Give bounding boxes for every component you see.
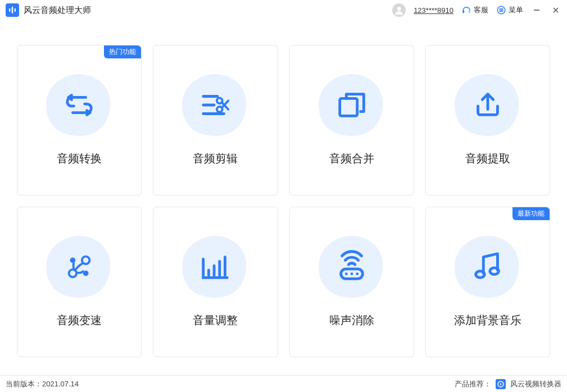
- card-noise-remove[interactable]: 噪声消除: [289, 207, 414, 357]
- minimize-icon: [533, 6, 541, 14]
- promo-prefix: 产品推荐：: [455, 379, 491, 389]
- titlebar-right: 123****8910 客服 菜单: [392, 3, 561, 17]
- avatar-icon[interactable]: [392, 3, 406, 17]
- svg-point-24: [83, 270, 89, 276]
- app-logo: [6, 3, 19, 17]
- speed-icon: [62, 249, 97, 284]
- card-label: 音频变速: [57, 313, 102, 328]
- support-label: 客服: [474, 5, 488, 15]
- user-icon: [393, 4, 405, 16]
- card-label: 噪声消除: [329, 313, 374, 328]
- svg-rect-2: [15, 8, 16, 12]
- card-blob: [315, 71, 388, 139]
- extract-icon: [470, 88, 505, 122]
- card-blob: [451, 233, 524, 300]
- card-audio-cut[interactable]: 音频剪辑: [153, 45, 278, 195]
- cut-icon: [198, 88, 233, 122]
- video-convert-icon: [497, 381, 504, 388]
- user-id-link[interactable]: 123****8910: [414, 6, 453, 15]
- svg-point-35: [356, 272, 359, 275]
- card-label: 音频剪辑: [193, 151, 238, 166]
- svg-point-36: [476, 271, 485, 277]
- merge-icon: [334, 88, 369, 122]
- svg-point-37: [490, 267, 499, 274]
- app-title: 风云音频处理大师: [24, 5, 91, 16]
- svg-rect-5: [469, 10, 470, 13]
- card-blob: [43, 233, 116, 300]
- titlebar: 风云音频处理大师 123****8910 客服 菜单: [0, 0, 567, 20]
- close-button[interactable]: [550, 4, 561, 16]
- promo-logo[interactable]: [496, 379, 506, 389]
- menu-icon: [496, 5, 506, 15]
- card-label: 音频提取: [465, 151, 510, 166]
- svg-point-25: [70, 257, 76, 263]
- card-add-bgm[interactable]: 最新功能 添加背景音乐: [425, 207, 550, 357]
- convert-icon: [62, 88, 97, 122]
- audio-bars-icon: [8, 6, 17, 15]
- svg-point-33: [345, 272, 348, 275]
- volume-icon: [198, 249, 233, 284]
- card-audio-speed[interactable]: 音频变速: [17, 207, 142, 357]
- badge-new: 最新功能: [512, 207, 550, 220]
- card-blob: [43, 71, 116, 139]
- version-text: 2021.07.14: [42, 380, 79, 388]
- noise-icon: [334, 249, 369, 284]
- music-icon: [470, 249, 505, 284]
- card-label: 添加背景音乐: [454, 313, 521, 328]
- card-label: 音频转换: [57, 151, 102, 166]
- card-blob: [315, 233, 388, 300]
- minimize-button[interactable]: [531, 4, 542, 16]
- main-area: 热门功能 音频转换: [0, 20, 567, 368]
- svg-rect-4: [462, 10, 464, 13]
- card-blob: [179, 233, 252, 300]
- headset-icon: [461, 5, 471, 15]
- svg-rect-0: [9, 8, 10, 12]
- svg-point-34: [350, 272, 353, 275]
- menu-button[interactable]: 菜单: [496, 5, 523, 15]
- card-audio-merge[interactable]: 音频合并: [289, 45, 414, 195]
- card-label: 音频合并: [329, 151, 374, 166]
- support-button[interactable]: 客服: [461, 5, 488, 15]
- card-volume-adjust[interactable]: 音量调整: [153, 207, 278, 357]
- version-prefix: 当前版本：: [6, 379, 42, 389]
- card-blob: [451, 71, 524, 139]
- promo-name[interactable]: 风云视频转换器: [510, 379, 561, 389]
- card-blob: [179, 71, 252, 139]
- feature-grid: 热门功能 音频转换: [17, 45, 550, 357]
- card-audio-convert[interactable]: 热门功能 音频转换: [17, 45, 142, 195]
- close-icon: [552, 6, 560, 14]
- badge-hot: 热门功能: [104, 45, 141, 58]
- card-audio-extract[interactable]: 音频提取: [425, 45, 550, 195]
- svg-rect-1: [12, 7, 13, 13]
- menu-label: 菜单: [509, 5, 523, 15]
- svg-point-3: [397, 7, 401, 11]
- footer: 当前版本： 2021.07.14 产品推荐： 风云视频转换器: [0, 375, 567, 392]
- svg-rect-20: [339, 98, 357, 116]
- card-label: 音量调整: [193, 313, 238, 328]
